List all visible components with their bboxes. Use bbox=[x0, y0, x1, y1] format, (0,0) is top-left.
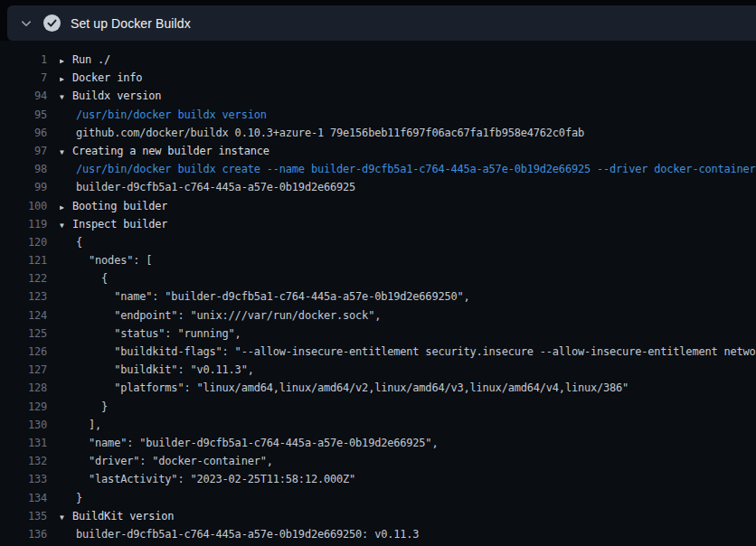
line-number[interactable]: 97 bbox=[0, 142, 47, 160]
group-title: Booting builder bbox=[72, 200, 167, 212]
group-header[interactable]: ▼Buildx version bbox=[60, 87, 161, 105]
log-line-row: 121 "nodes": [ bbox=[0, 251, 756, 269]
group-title: Run ./ bbox=[72, 53, 110, 66]
group-title: Creating a new builder instance bbox=[72, 145, 269, 157]
line-number[interactable]: 131 bbox=[0, 434, 47, 452]
log-line-row: 131 "name": "builder-d9cfb5a1-c764-445a-… bbox=[0, 434, 756, 452]
group-header[interactable]: ▼BuildKit version bbox=[60, 507, 174, 525]
collapse-arrow-icon[interactable]: ▼ bbox=[60, 217, 72, 233]
actions-log-viewer: Set up Docker Buildx 1▶Run ./7▶Docker in… bbox=[0, 0, 756, 546]
check-circle-icon bbox=[43, 14, 61, 32]
output-text: "driver": "docker-container", bbox=[60, 452, 273, 470]
output-text: "buildkitd-flags": "--allow-insecure-ent… bbox=[60, 343, 756, 361]
line-number[interactable]: 129 bbox=[0, 398, 47, 416]
log-line-row: 120{ bbox=[0, 233, 756, 251]
collapse-arrow-icon[interactable]: ▼ bbox=[60, 144, 72, 160]
line-number[interactable]: 134 bbox=[0, 489, 47, 507]
log-line-row: 123 "name": "builder-d9cfb5a1-c764-445a-… bbox=[0, 287, 756, 306]
log-line-row: 96github.com/docker/buildx 0.10.3+azure-… bbox=[0, 124, 756, 142]
output-text: "lastActivity": "2023-02-25T11:58:12.000… bbox=[60, 470, 355, 488]
log-group-row: 135▼BuildKit version bbox=[0, 507, 756, 525]
log-line-row: 122 { bbox=[0, 269, 756, 287]
line-number[interactable]: 100 bbox=[0, 197, 47, 215]
group-header[interactable]: ▼Creating a new builder instance bbox=[60, 142, 269, 160]
output-text: builder-d9cfb5a1-c764-445a-a57e-0b19d2e6… bbox=[60, 525, 419, 543]
line-number[interactable]: 123 bbox=[0, 287, 47, 306]
output-text: "buildkit": "v0.11.3", bbox=[60, 361, 254, 379]
output-text: } bbox=[60, 489, 82, 507]
group-header[interactable]: ▶Docker info bbox=[60, 69, 142, 87]
chevron-down-icon[interactable] bbox=[19, 17, 33, 30]
command-text: /usr/bin/docker buildx version bbox=[60, 106, 267, 124]
line-number[interactable]: 130 bbox=[0, 416, 47, 434]
line-number[interactable]: 96 bbox=[0, 124, 47, 142]
group-header[interactable]: ▶Run ./ bbox=[60, 51, 110, 69]
log-line-row: 134} bbox=[0, 489, 756, 507]
line-number[interactable]: 120 bbox=[0, 233, 47, 251]
output-text: "platforms": "linux/amd64,linux/amd64/v2… bbox=[60, 379, 628, 397]
line-number[interactable]: 98 bbox=[0, 160, 47, 178]
output-text: "nodes": [ bbox=[60, 251, 152, 269]
group-title: Inspect builder bbox=[72, 218, 167, 231]
output-text: "name": "builder-d9cfb5a1-c764-445a-a57e… bbox=[60, 287, 470, 306]
step-header[interactable]: Set up Docker Buildx bbox=[7, 5, 756, 41]
log-line-row: 127 "buildkit": "v0.11.3", bbox=[0, 361, 756, 379]
log-group-row: 97▼Creating a new builder instance bbox=[0, 142, 756, 160]
group-title: Docker info bbox=[72, 71, 142, 84]
log-group-row: 94▼Buildx version bbox=[0, 87, 756, 105]
output-text: "endpoint": "unix:///var/run/docker.sock… bbox=[60, 306, 381, 325]
line-number[interactable]: 1 bbox=[0, 51, 47, 69]
output-text: github.com/docker/buildx 0.10.3+azure-1 … bbox=[60, 124, 584, 142]
log-group-row: 119▼Inspect builder bbox=[0, 215, 756, 233]
line-number[interactable]: 119 bbox=[0, 215, 47, 233]
group-title: Buildx version bbox=[72, 89, 161, 102]
log-line-row: 95/usr/bin/docker buildx version bbox=[0, 106, 756, 124]
step-title: Set up Docker Buildx bbox=[71, 16, 191, 31]
line-number[interactable]: 133 bbox=[0, 470, 47, 488]
log-line-row: 130 ], bbox=[0, 416, 756, 434]
log-line-row: 133 "lastActivity": "2023-02-25T11:58:12… bbox=[0, 470, 756, 488]
line-number[interactable]: 132 bbox=[0, 452, 47, 470]
line-number[interactable]: 99 bbox=[0, 178, 47, 196]
output-text: "name": "builder-d9cfb5a1-c764-445a-a57e… bbox=[60, 434, 438, 452]
output-text: builder-d9cfb5a1-c764-445a-a57e-0b19d2e6… bbox=[60, 178, 355, 196]
line-number[interactable]: 121 bbox=[0, 251, 47, 269]
log-line-row: 128 "platforms": "linux/amd64,linux/amd6… bbox=[0, 379, 756, 397]
collapse-arrow-icon[interactable]: ▼ bbox=[60, 509, 72, 525]
line-number[interactable]: 95 bbox=[0, 106, 47, 124]
output-text: "status": "running", bbox=[60, 325, 241, 343]
log-line-row: 136builder-d9cfb5a1-c764-445a-a57e-0b19d… bbox=[0, 525, 756, 543]
line-number[interactable]: 127 bbox=[0, 361, 47, 379]
group-title: BuildKit version bbox=[72, 510, 174, 522]
log-group-row: 1▶Run ./ bbox=[0, 51, 756, 69]
log-line-row: 124 "endpoint": "unix:///var/run/docker.… bbox=[0, 306, 756, 325]
group-header[interactable]: ▼Inspect builder bbox=[60, 215, 167, 233]
line-number[interactable]: 124 bbox=[0, 306, 47, 325]
expand-arrow-icon[interactable]: ▶ bbox=[60, 199, 72, 215]
log-group-row: 7▶Docker info bbox=[0, 69, 756, 87]
log-lines-container: 1▶Run ./7▶Docker info94▼Buildx version95… bbox=[0, 41, 756, 546]
collapse-arrow-icon[interactable]: ▼ bbox=[60, 89, 72, 105]
line-number[interactable]: 136 bbox=[0, 525, 47, 543]
line-number[interactable]: 94 bbox=[0, 87, 47, 105]
line-number[interactable]: 125 bbox=[0, 325, 47, 343]
group-header[interactable]: ▶Booting builder bbox=[60, 197, 167, 215]
line-number[interactable]: 122 bbox=[0, 269, 47, 287]
output-text: } bbox=[60, 398, 108, 416]
expand-arrow-icon[interactable]: ▶ bbox=[60, 71, 72, 87]
line-number[interactable]: 128 bbox=[0, 379, 47, 397]
log-group-row: 100▶Booting builder bbox=[0, 197, 756, 215]
output-text: ], bbox=[60, 416, 101, 434]
command-text: /usr/bin/docker buildx create --name bui… bbox=[60, 160, 756, 178]
log-line-row: 99builder-d9cfb5a1-c764-445a-a57e-0b19d2… bbox=[0, 178, 756, 196]
line-number[interactable]: 7 bbox=[0, 69, 47, 87]
expand-arrow-icon[interactable]: ▶ bbox=[60, 52, 72, 69]
log-line-row: 98/usr/bin/docker buildx create --name b… bbox=[0, 160, 756, 178]
log-line-row: 126 "buildkitd-flags": "--allow-insecure… bbox=[0, 343, 756, 361]
log-line-row: 125 "status": "running", bbox=[0, 325, 756, 343]
line-number[interactable]: 126 bbox=[0, 343, 47, 361]
output-text: { bbox=[60, 233, 82, 251]
line-number[interactable]: 135 bbox=[0, 507, 47, 525]
log-line-row: 129 } bbox=[0, 398, 756, 416]
output-text: { bbox=[60, 269, 108, 287]
